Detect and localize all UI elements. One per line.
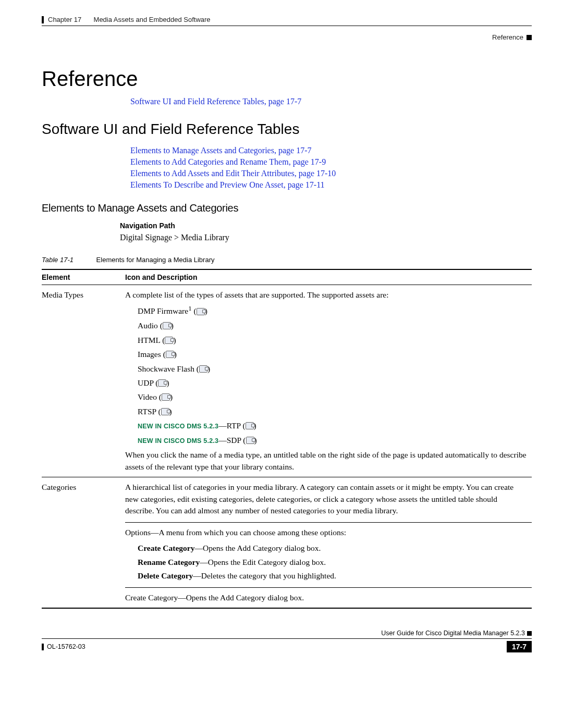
media-outro-text: When you click the name of a media type,… <box>125 449 527 473</box>
list-item: DMP Firmware1 () <box>138 304 527 317</box>
xref-link[interactable]: Elements to Add Assets and Edit Their At… <box>130 169 532 178</box>
list-item: Images () <box>138 349 527 360</box>
asset-name: RTSP <box>138 407 156 416</box>
media-intro-text: A complete list of the types of assets t… <box>125 289 527 301</box>
options-block: Options—A menu from which you can choose… <box>125 522 532 582</box>
asset-name: Audio <box>138 321 158 330</box>
asset-name: Images <box>138 350 161 359</box>
cell-description: A complete list of the types of assets t… <box>125 285 532 477</box>
asset-name: UDP <box>138 378 153 387</box>
flash-icon <box>199 365 207 373</box>
list-item: RTSP () <box>138 406 527 417</box>
list-item: UDP () <box>138 377 527 389</box>
table-number: Table 17-1 <box>42 256 94 264</box>
reference-table: Element Icon and Description Media Types… <box>42 269 532 609</box>
list-item: Audio () <box>138 320 527 331</box>
new-version-tag: NEW IN CISCO DMS 5.2.3 <box>138 423 218 430</box>
header-square-icon <box>527 35 532 40</box>
asset-name: HTML <box>138 336 160 344</box>
xref-link[interactable]: Elements to Add Categories and Rename Th… <box>130 157 532 167</box>
options-intro: Options—A menu from which you can choose… <box>125 527 532 538</box>
navigation-path-block: Navigation Path Digital Signage > Media … <box>120 221 532 242</box>
option-item: Delete Category—Deletes the category tha… <box>138 570 532 582</box>
page-footer: User Guide for Cisco Digital Media Manag… <box>42 630 532 652</box>
image-icon <box>166 351 174 358</box>
list-item: HTML () <box>138 335 527 346</box>
option-item: Create Category—Opens the Add Category d… <box>138 542 532 554</box>
asset-name: DMP Firmware <box>138 307 188 316</box>
asset-type-list: DMP Firmware1 () Audio () HTML () Imag <box>138 304 527 446</box>
asset-name: RTP <box>227 421 241 430</box>
rtp-icon <box>246 422 254 429</box>
table-title: Elements for Managing a Media Library <box>96 256 215 264</box>
section-heading: Software UI and Field Reference Tables <box>42 121 532 138</box>
footer-rule-icon <box>42 644 44 650</box>
new-version-tag: NEW IN CISCO DMS 5.2.3 <box>138 437 218 445</box>
option-name: Rename Category <box>138 558 200 566</box>
table-caption: Table 17-1 Elements for Managing a Media… <box>42 256 532 264</box>
create-category-text: Create Category—Opens the Add Category d… <box>125 593 304 602</box>
col-header-description: Icon and Description <box>125 269 532 285</box>
option-name: Create Category <box>138 544 194 552</box>
navigation-path-label: Navigation Path <box>120 221 532 230</box>
sdp-icon <box>246 437 254 444</box>
cell-element: Categories <box>42 477 125 608</box>
video-icon <box>162 393 170 401</box>
option-desc: —Opens the Add Category dialog box. <box>194 544 321 552</box>
create-category-row: Create Category—Opens the Add Category d… <box>125 587 532 603</box>
footer-doc-number: OL-15762-03 <box>47 643 85 650</box>
col-header-element: Element <box>42 269 125 285</box>
xref-link[interactable]: Elements to Manage Assets and Categories… <box>130 146 532 155</box>
categories-paragraph: A hierarchical list of categories in you… <box>125 482 527 516</box>
page-number-badge: 17-7 <box>507 641 532 652</box>
running-header-label: Reference <box>492 33 523 41</box>
navigation-path-value: Digital Signage > Media Library <box>120 233 532 242</box>
list-item: Video () <box>138 391 527 403</box>
list-item: NEW IN CISCO DMS 5.2.3—RTP () <box>138 420 527 431</box>
list-item: NEW IN CISCO DMS 5.2.3—SDP () <box>138 435 527 446</box>
table-row: Categories A hierarchical list of catego… <box>42 477 532 608</box>
asset-name: Shockwave Flash <box>138 364 194 373</box>
running-header-right: Reference <box>42 33 532 41</box>
cell-element: Media Types <box>42 285 125 477</box>
firmware-icon <box>197 308 205 315</box>
chapter-title: Media Assets and Embedded Software <box>94 16 211 23</box>
subsection-heading: Elements to Manage Assets and Categories <box>42 202 532 214</box>
page-title: Reference <box>42 67 532 91</box>
option-desc: —Opens the Edit Category dialog box. <box>200 558 326 566</box>
xref-link[interactable]: Software UI and Field Reference Tables, … <box>130 97 532 106</box>
footer-square-icon <box>527 631 532 636</box>
cell-description: A hierarchical list of categories in you… <box>125 477 532 608</box>
xref-link[interactable]: Elements To Describe and Preview One Ass… <box>130 180 532 190</box>
html-icon <box>165 337 173 344</box>
section-link-list: Elements to Manage Assets and Categories… <box>130 146 532 190</box>
footer-divider <box>42 638 532 639</box>
header-rule-icon <box>42 16 44 23</box>
table-row: Media Types A complete list of the types… <box>42 285 532 477</box>
list-item: Shockwave Flash () <box>138 363 527 375</box>
asset-name: SDP <box>227 436 241 445</box>
top-link-list: Software UI and Field Reference Tables, … <box>130 97 532 106</box>
option-desc: —Deletes the category that you highlight… <box>193 571 336 580</box>
footer-guide-title: User Guide for Cisco Digital Media Manag… <box>381 630 525 637</box>
header-divider <box>42 26 532 26</box>
chapter-number: Chapter 17 <box>48 16 81 23</box>
udp-icon <box>158 379 166 387</box>
page-header: Chapter 17 Media Assets and Embedded Sof… <box>42 16 532 23</box>
footnote-ref: 1 <box>188 304 191 312</box>
option-item: Rename Category—Opens the Edit Category … <box>138 557 532 568</box>
audio-icon <box>163 322 171 329</box>
asset-name: Video <box>138 392 157 401</box>
option-name: Delete Category <box>138 571 193 580</box>
rtsp-icon <box>161 408 169 415</box>
